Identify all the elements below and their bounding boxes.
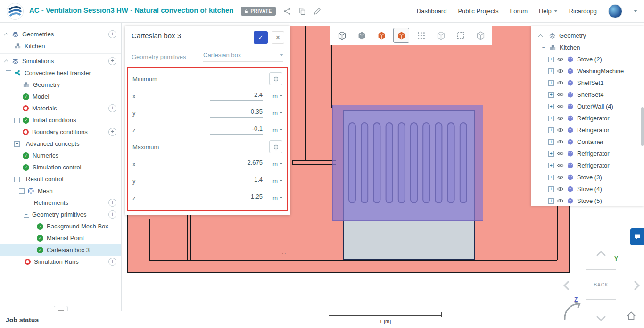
nav-forum[interactable]: Forum bbox=[510, 8, 528, 15]
feedback-chat-button[interactable] bbox=[630, 228, 644, 245]
expand-expander-icon[interactable] bbox=[14, 141, 20, 147]
visibility-eye-icon[interactable] bbox=[557, 162, 564, 169]
wireframe-view-icon[interactable] bbox=[433, 28, 449, 43]
add-simulation-run-button[interactable] bbox=[108, 258, 116, 266]
add-simulation-button[interactable] bbox=[108, 57, 116, 65]
sidebar-item-geometry-primitives[interactable]: Geometry primitives bbox=[0, 209, 121, 220]
sidebar-item-cartesian-box-3[interactable]: Cartesian box 3 bbox=[0, 244, 121, 256]
expand-expander-icon[interactable] bbox=[548, 139, 554, 145]
edit-title-icon[interactable] bbox=[314, 8, 321, 15]
sidebar-item-boundary-conditions[interactable]: Boundary conditions bbox=[0, 126, 121, 138]
sidebar-item-initial-conditions[interactable]: Initial conditions bbox=[0, 114, 121, 126]
expand-expander-icon[interactable] bbox=[548, 68, 554, 74]
visibility-eye-icon[interactable] bbox=[557, 138, 564, 145]
sidebar-item-geometry[interactable]: Geometry bbox=[0, 79, 121, 91]
sidebar-item-advanced-concepts[interactable]: Advanced concepts bbox=[0, 138, 121, 150]
geometry-item[interactable]: Refrigerator bbox=[531, 112, 644, 124]
visibility-eye-icon[interactable] bbox=[557, 56, 564, 63]
sidebar-item-model[interactable]: Model bbox=[0, 91, 121, 102]
visibility-eye-icon[interactable] bbox=[557, 67, 564, 75]
sidebar-item-background-mesh-box[interactable]: Background Mesh Box bbox=[0, 220, 121, 232]
add-material-button[interactable] bbox=[108, 104, 116, 112]
kitchen-group-item[interactable]: Kitchen bbox=[531, 42, 644, 53]
expand-expander-icon[interactable] bbox=[14, 177, 20, 182]
rotate-down-icon[interactable] bbox=[596, 312, 606, 321]
min-y-input[interactable]: 0.35 bbox=[210, 108, 263, 118]
sidebar-item-material-point[interactable]: Material Point bbox=[0, 232, 121, 244]
expand-expander-icon[interactable] bbox=[14, 118, 20, 123]
orbit-rotate-icon[interactable] bbox=[561, 300, 584, 324]
geometry-item[interactable]: Stove (2) bbox=[531, 53, 644, 65]
max-x-input[interactable]: 2.675 bbox=[210, 159, 263, 168]
sidebar-item-simulations[interactable]: Simulations bbox=[0, 55, 121, 67]
primitive-type-select[interactable]: Cartesian box bbox=[203, 51, 283, 62]
job-status-bar[interactable]: Job status bbox=[0, 311, 122, 328]
add-refinement-button[interactable] bbox=[108, 199, 116, 207]
confirm-button[interactable] bbox=[254, 31, 268, 44]
max-y-input[interactable]: 1.4 bbox=[210, 176, 263, 185]
collapse-icon[interactable] bbox=[538, 34, 543, 39]
expand-expander-icon[interactable] bbox=[548, 80, 554, 86]
nav-help[interactable]: Help bbox=[539, 8, 558, 15]
unit-select-min-y[interactable]: m bbox=[265, 109, 282, 117]
job-status-pull-tab[interactable] bbox=[54, 306, 68, 311]
sidebar-item-refinements[interactable]: Refinements bbox=[0, 197, 121, 209]
sidebar-item-convective-heat-transfer[interactable]: Convective heat transfer bbox=[0, 67, 121, 79]
collapse-expander-icon[interactable] bbox=[6, 70, 11, 76]
copy-project-icon[interactable] bbox=[298, 8, 306, 15]
geometry-item[interactable]: Stove (4) bbox=[531, 183, 644, 195]
add-geometry-primitive-button[interactable] bbox=[108, 210, 116, 219]
expand-expander-icon[interactable] bbox=[548, 92, 554, 98]
min-x-input[interactable]: 2.4 bbox=[210, 91, 263, 101]
expand-expander-icon[interactable] bbox=[548, 57, 554, 62]
pick-point-minimum-icon[interactable] bbox=[269, 72, 282, 85]
visibility-eye-icon[interactable] bbox=[557, 115, 564, 122]
close-button[interactable] bbox=[272, 31, 284, 44]
add-boundary-condition-button[interactable] bbox=[108, 128, 116, 136]
unit-select-max-x[interactable]: m bbox=[265, 160, 282, 168]
rotate-up-icon[interactable] bbox=[596, 251, 606, 260]
max-z-input[interactable]: 1.25 bbox=[210, 193, 263, 202]
collapse-expander-icon[interactable] bbox=[24, 212, 29, 218]
sidebar-item-mesh[interactable]: Mesh bbox=[0, 185, 121, 197]
expand-expander-icon[interactable] bbox=[548, 198, 554, 204]
sidebar-item-geometries[interactable]: Geometries bbox=[0, 28, 121, 40]
unit-select-min-z[interactable]: m bbox=[265, 126, 282, 134]
sidebar-item-materials[interactable]: Materials bbox=[0, 102, 121, 114]
box-select-icon[interactable] bbox=[453, 28, 469, 43]
visibility-eye-icon[interactable] bbox=[557, 103, 564, 110]
sidebar-item-result-control[interactable]: Result control bbox=[0, 173, 121, 185]
geometry-item[interactable]: Stove (3) bbox=[531, 171, 644, 183]
cartesian-box-primitive[interactable] bbox=[332, 105, 483, 221]
vertex-grid-icon[interactable] bbox=[413, 28, 429, 43]
collapse-expander-icon[interactable] bbox=[19, 188, 25, 194]
geometry-item[interactable]: ShelfSet4 bbox=[531, 89, 644, 101]
rotate-right-icon[interactable] bbox=[630, 281, 640, 290]
geometry-item[interactable]: Container bbox=[531, 136, 644, 148]
collapse-icon[interactable] bbox=[4, 60, 9, 65]
add-geometry-button[interactable] bbox=[108, 30, 116, 38]
visibility-eye-icon[interactable] bbox=[557, 185, 564, 193]
geometry-item[interactable]: Refrigerator bbox=[531, 148, 644, 160]
navigation-cube[interactable]: BACK bbox=[586, 269, 616, 300]
surface-view-icon[interactable] bbox=[373, 28, 389, 43]
expand-expander-icon[interactable] bbox=[548, 104, 554, 109]
expand-expander-icon[interactable] bbox=[548, 127, 554, 133]
expand-expander-icon[interactable] bbox=[548, 116, 554, 121]
collapse-icon[interactable] bbox=[4, 33, 9, 38]
unit-select-min-x[interactable]: m bbox=[265, 93, 282, 100]
visibility-eye-icon[interactable] bbox=[557, 174, 564, 181]
visibility-eye-icon[interactable] bbox=[557, 150, 564, 157]
expand-expander-icon[interactable] bbox=[548, 175, 554, 180]
volume-view-icon[interactable] bbox=[393, 28, 409, 43]
nav-public-projects[interactable]: Public Projects bbox=[458, 8, 498, 15]
rotate-left-icon[interactable] bbox=[563, 281, 573, 290]
expand-expander-icon[interactable] bbox=[548, 163, 554, 168]
project-title[interactable]: AC - Ventilation Session3 HW - Natural c… bbox=[29, 6, 233, 16]
visibility-eye-icon[interactable] bbox=[557, 197, 564, 204]
sidebar-item-numerics[interactable]: Numerics bbox=[0, 150, 121, 161]
geometry-root-item[interactable]: Geometry bbox=[531, 30, 644, 42]
geometry-item[interactable]: WashingMachine bbox=[531, 65, 644, 77]
nav-username[interactable]: Ricardopg bbox=[569, 8, 597, 15]
geometry-item[interactable]: Stove (5) bbox=[531, 195, 644, 206]
